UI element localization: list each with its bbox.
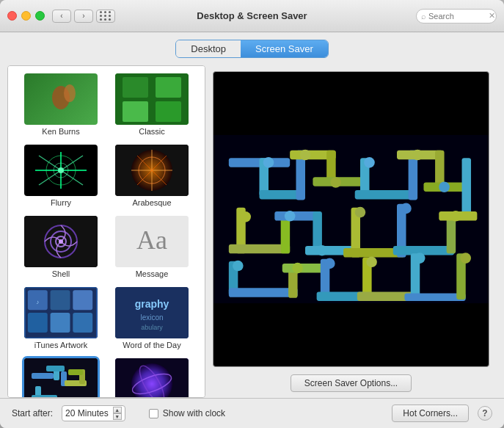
duration-value: 20 Minutes — [65, 408, 109, 418]
svg-rect-42 — [32, 373, 54, 379]
svg-text:♪: ♪ — [36, 299, 39, 305]
thumb-itunes: ♪ — [24, 287, 98, 338]
svg-rect-34 — [51, 313, 70, 333]
svg-point-107 — [324, 258, 335, 269]
screensaver-label-message: Message — [136, 269, 169, 278]
svg-point-102 — [355, 207, 366, 218]
svg-point-96 — [364, 157, 375, 168]
screensaver-label-flurry: Flurry — [51, 198, 71, 207]
svg-point-103 — [401, 203, 412, 214]
bottom-bar: Start after: 20 Minutes ▲ ▼ Show with cl… — [0, 398, 504, 428]
svg-point-106 — [292, 263, 303, 274]
svg-point-14 — [58, 167, 64, 173]
search-input[interactable] — [428, 12, 487, 21]
svg-point-104 — [450, 211, 461, 222]
nav-buttons: ‹ › — [52, 10, 93, 23]
help-button[interactable]: ? — [478, 406, 492, 421]
svg-rect-69 — [462, 158, 472, 219]
svg-rect-32 — [73, 290, 92, 310]
svg-point-93 — [263, 157, 274, 168]
main-content: Ken Burns — [0, 65, 504, 398]
preview-panel: Screen Saver Options... — [205, 65, 497, 398]
svg-rect-83 — [229, 288, 298, 297]
screensaver-item-word-of-the-day[interactable]: graphy lexicon abulary Word of the Day — [112, 286, 192, 351]
thumb-message: Aa — [115, 216, 189, 267]
screensaver-item-random[interactable]: Random — [112, 357, 192, 398]
thumb-arabesque — [115, 145, 189, 196]
search-box[interactable]: ⌕ ✕ — [416, 9, 497, 23]
svg-rect-48 — [68, 369, 83, 375]
svg-rect-33 — [28, 313, 48, 333]
start-after-label: Start after: — [12, 408, 53, 418]
screensaver-label-shell: Shell — [52, 269, 70, 278]
screensaver-label-word: Word of the Day — [123, 341, 180, 349]
svg-rect-31 — [51, 290, 70, 310]
svg-point-100 — [285, 211, 296, 222]
svg-point-98 — [439, 181, 450, 192]
svg-point-108 — [366, 257, 377, 268]
flurry-icon — [28, 148, 94, 192]
classic-icon — [115, 73, 189, 125]
traffic-lights — [7, 11, 45, 21]
screensaver-row-1: Ken Burns — [8, 72, 205, 143]
screensaver-row-2: Flurry — [8, 143, 205, 214]
screensaver-item-itunes-artwork[interactable]: ♪ iTunes Artwork — [21, 286, 101, 351]
tab-screensaver[interactable]: Screen Saver — [241, 40, 328, 57]
close-button[interactable] — [7, 11, 17, 21]
hot-corners-button[interactable]: Hot Corners... — [392, 405, 469, 422]
svg-point-110 — [460, 253, 471, 264]
svg-text:lexicon: lexicon — [140, 313, 163, 322]
screensaver-item-arabesque[interactable]: Arabesque — [112, 143, 192, 208]
svg-rect-5 — [123, 101, 148, 122]
pipes-thumb-icon — [24, 358, 98, 398]
minimize-button[interactable] — [21, 11, 31, 21]
svg-point-101 — [317, 245, 328, 256]
window-title: Desktop & Screen Saver — [197, 10, 307, 21]
screensaver-label-classic: Classic — [139, 127, 164, 136]
svg-point-105 — [233, 261, 244, 272]
stepper-arrows: ▲ ▼ — [113, 407, 122, 420]
maximize-button[interactable] — [35, 11, 45, 21]
app-grid-button[interactable] — [96, 10, 115, 23]
screensaver-label-itunes: iTunes Artwork — [34, 341, 87, 349]
preview-area — [213, 71, 489, 367]
forward-button[interactable]: › — [74, 10, 93, 23]
screensaver-item-pipes[interactable]: Pipes — [21, 357, 101, 398]
message-icon: Aa — [115, 216, 189, 267]
screensaver-item-classic[interactable]: Classic — [112, 72, 192, 137]
svg-rect-44 — [46, 366, 65, 371]
duration-stepper[interactable]: 20 Minutes ▲ ▼ — [62, 405, 125, 421]
svg-point-1 — [64, 84, 76, 102]
word-icon: graphy lexicon abulary — [115, 287, 189, 338]
grid-icon — [100, 11, 112, 21]
search-clear-icon[interactable]: ✕ — [489, 11, 495, 21]
show-clock-checkbox[interactable] — [149, 409, 158, 418]
svg-point-95 — [330, 177, 341, 188]
tab-desktop[interactable]: Desktop — [176, 40, 241, 57]
thumb-random — [115, 358, 189, 398]
svg-rect-4 — [156, 77, 181, 98]
screensaver-item-flurry[interactable]: Flurry — [21, 143, 101, 208]
screen-saver-options-button[interactable]: Screen Saver Options... — [291, 374, 412, 392]
stepper-up[interactable]: ▲ — [113, 407, 122, 413]
svg-rect-35 — [73, 313, 92, 333]
back-button[interactable]: ‹ — [52, 10, 71, 23]
stepper-down[interactable]: ▼ — [113, 413, 122, 420]
screensaver-item-message[interactable]: Aa Message — [112, 214, 192, 280]
thumb-word: graphy lexicon abulary — [115, 287, 189, 338]
screensaver-item-ken-burns[interactable]: Ken Burns — [21, 72, 101, 137]
svg-rect-3 — [123, 77, 148, 98]
shell-icon — [24, 216, 98, 267]
screensaver-item-shell[interactable]: Shell — [21, 214, 101, 280]
show-clock-label: Show with clock — [163, 408, 225, 418]
screensaver-row-5: Pipes — [8, 357, 205, 398]
svg-text:Aa: Aa — [136, 225, 167, 255]
svg-text:graphy: graphy — [135, 298, 169, 310]
pipes-preview-svg — [213, 72, 489, 366]
svg-point-99 — [240, 211, 251, 222]
search-icon: ⌕ — [421, 12, 426, 21]
tab-toolbar: Desktop Screen Saver — [0, 32, 504, 65]
ken-burns-icon — [39, 84, 83, 114]
svg-rect-79 — [393, 246, 454, 255]
svg-point-97 — [412, 150, 423, 161]
